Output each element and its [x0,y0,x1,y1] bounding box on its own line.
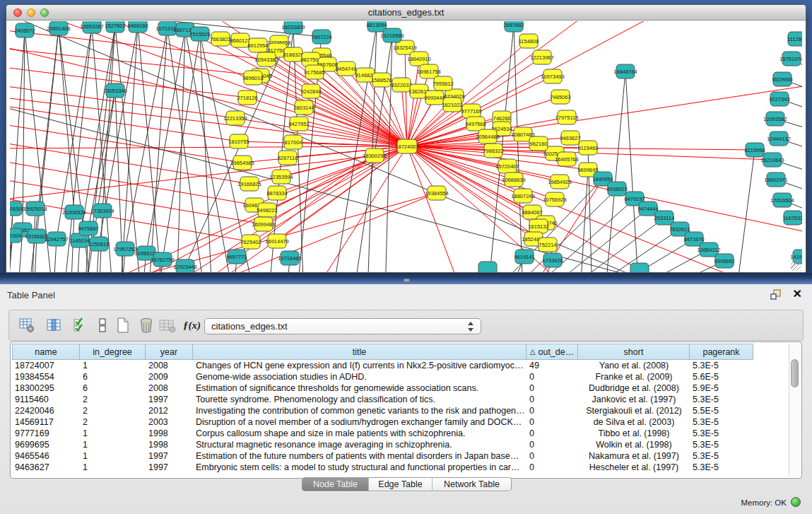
select-rows-icon[interactable] [73,317,90,334]
graph-node[interactable]: 1112804 [787,32,802,46]
graph-node[interactable]: 23053346 [103,83,126,98]
graph-node[interactable]: 1250515 [88,237,109,251]
graph-node[interactable]: 16914479 [265,234,288,248]
graph-node[interactable]: 7625402 [240,235,261,249]
graph-node[interactable]: 15925018 [23,201,47,216]
column-header-year[interactable]: year [146,344,193,360]
graph-node[interactable]: 1588520 [371,73,392,87]
graph-node[interactable]: 10756928 [543,192,566,206]
column-header-title[interactable]: title [193,344,526,360]
new-table-icon[interactable] [115,317,132,334]
graph-node[interactable]: 19654923 [548,175,571,189]
close-panel-icon[interactable]: ✕ [793,287,802,300]
graph-node[interactable]: 16099489 [252,217,275,231]
table-row[interactable]: 2242004622012Investigating the contribut… [12,405,789,416]
graph-node[interactable]: 7955812 [433,76,453,90]
graph-node[interactable]: 20564486 [476,129,499,144]
graph-node[interactable]: 9777169 [461,104,481,118]
graph-node[interactable]: 9529966 [772,72,792,86]
graph-node[interactable]: 7515526 [189,27,210,41]
graph-node[interactable]: 19716485 [278,251,301,265]
network-canvas[interactable]: 1830029576638228660123891295412226058912… [10,21,802,272]
graph-node[interactable]: 7857224 [311,30,331,44]
float-panel-icon[interactable] [770,289,782,300]
graph-node[interactable]: 8878334 [266,186,287,200]
graph-node[interactable]: 19384554 [425,186,448,200]
graph-node[interactable]: 15751074 [779,52,802,66]
graph-node[interactable]: 1167533 [783,211,802,225]
graph-node[interactable]: 9242848 [300,84,321,98]
graph-node[interactable]: 1733426 [542,253,563,267]
graph-node[interactable]: 17353924 [90,204,114,218]
graph-node[interactable]: 15720407 [495,159,519,173]
network-table-selector[interactable]: citations_edges.txt [204,318,481,334]
tab-edge-table[interactable]: Edge Table [368,478,432,491]
table-row[interactable]: 1938455462009Genome-wide association stu… [12,371,789,382]
graph-node[interactable]: 8267110 [278,151,298,165]
graph-node[interactable]: 12444132 [767,132,790,146]
graph-node[interactable]: 817004 [284,135,302,149]
column-header-in_degree[interactable]: in_degree [80,344,146,360]
graph-node[interactable]: 17016504 [770,193,794,207]
graph-node[interactable]: 8215958 [744,143,765,157]
graph-node[interactable]: 12093582 [763,112,787,126]
show-column-icon[interactable] [47,317,64,334]
graph-node[interactable]: 9115460 [578,141,599,155]
graph-node[interactable]: 9975887 [78,221,98,235]
merge-cells-icon[interactable] [95,317,112,334]
graph-node[interactable]: 10543382 [254,52,278,66]
table-row[interactable]: 1830029562008Estimation of significance … [12,382,789,394]
graph-node[interactable]: 12213359 [223,111,247,125]
graph-node[interactable]: 752214 [539,238,557,252]
graph-hub-node[interactable]: 18724007 [395,139,418,153]
graph-node[interactable]: 9657771 [226,250,247,264]
delete-table-icon[interactable] [139,317,155,334]
table-row[interactable]: 911546021997Tourette syndrome. Phenomeno… [12,394,789,405]
network-window-titlebar[interactable]: citations_edges.txt [6,5,806,21]
column-header-out_de[interactable]: △out_de… [526,344,578,360]
graph-node[interactable]: 1615132 [528,219,548,233]
graph-node[interactable]: 8938923 [606,182,627,196]
graph-node[interactable]: 1154808 [519,34,539,48]
graph-node[interactable]: 5498222 [257,203,277,217]
column-header-pagerank[interactable]: pagerank [690,344,753,360]
graph-node[interactable]: 9896018 [242,71,263,85]
function-builder-icon[interactable]: ƒ(x) [183,320,200,337]
graph-node[interactable]: 6497568 [465,117,486,131]
graph-node[interactable]: 7663822 [210,32,230,46]
graph-node[interactable]: 19166825 [237,177,261,191]
citation-network-graph[interactable]: 1830029576638228660123891295412226058912… [10,21,802,272]
graph-node[interactable]: 9345652 [714,254,734,268]
graph-node[interactable]: 1810755 [228,134,249,148]
graph-node[interactable]: 16848784 [613,64,637,78]
graph-node[interactable]: 16782759 [151,252,174,267]
graph-node[interactable]: 20691406 [47,21,70,35]
remove-column-icon[interactable] [159,317,176,334]
graph-node[interactable]: 12942757 [45,232,68,246]
graph-node[interactable]: 1621022 [442,98,462,112]
graph-node[interactable]: 2933114 [654,211,675,225]
window-resize-grip[interactable] [791,261,801,271]
graph-node[interactable]: 7485063 [550,90,570,104]
graph-node[interactable]: 16495768 [555,152,578,166]
graph-node[interactable]: 8466160 [127,21,148,33]
graph-node[interactable]: 8427552 [288,117,309,131]
graph-node[interactable]: 2687682 [503,21,524,32]
vertical-scrollbar[interactable] [789,344,800,477]
graph-node[interactable]: 18300295 [363,148,386,163]
graph-node[interactable]: 15692971 [764,173,787,187]
graph-node[interactable]: 12353594 [269,170,293,184]
graph-node[interactable] [478,262,497,272]
graph-node[interactable] [630,263,649,272]
graph-node[interactable]: 962160 [529,136,548,151]
table-row[interactable]: 946554611997Estimation of the future num… [12,450,789,462]
graph-node[interactable]: 17975115 [555,110,579,124]
column-header-short[interactable]: short [578,344,690,360]
graph-node[interactable]: 10653287 [80,21,103,33]
graph-node[interactable]: 8912954 [247,38,268,52]
tab-network-table[interactable]: Network Table [432,478,511,491]
graph-node[interactable]: 10973493 [541,69,564,83]
graph-node[interactable]: 9227343 [769,92,789,106]
graph-node[interactable]: 10688639 [502,173,525,187]
graph-node[interactable]: 19654985 [230,156,254,170]
